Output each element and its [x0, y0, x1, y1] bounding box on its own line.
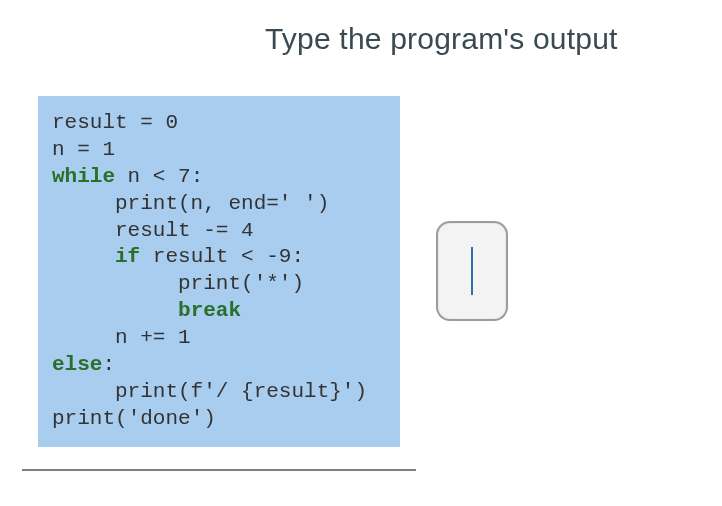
code-block: result = 0 n = 1 while n < 7: print(n, e… [38, 96, 400, 447]
header: Type the program's output [0, 0, 722, 78]
code-line-1: result = 0 [52, 111, 178, 134]
text-cursor-icon [471, 247, 474, 295]
code-line-2: n = 1 [52, 138, 115, 161]
code-line-3: while n < 7: [52, 165, 203, 188]
code-line-11: print(f'/ {result}') [52, 380, 367, 403]
code-line-9: n += 1 [52, 326, 191, 349]
code-line-5: result -= 4 [52, 219, 254, 242]
code-line-12: print('done') [52, 407, 216, 430]
divider [22, 469, 416, 471]
code-line-10: else: [52, 353, 115, 376]
content-row: result = 0 n = 1 while n < 7: print(n, e… [0, 78, 722, 447]
page-title: Type the program's output [265, 22, 618, 55]
code-line-6: if result < -9: [52, 245, 304, 268]
code-line-4: print(n, end=' ') [52, 192, 329, 215]
output-input[interactable] [436, 221, 508, 321]
code-line-7: print('*') [52, 272, 304, 295]
code-line-8: break [52, 299, 241, 322]
